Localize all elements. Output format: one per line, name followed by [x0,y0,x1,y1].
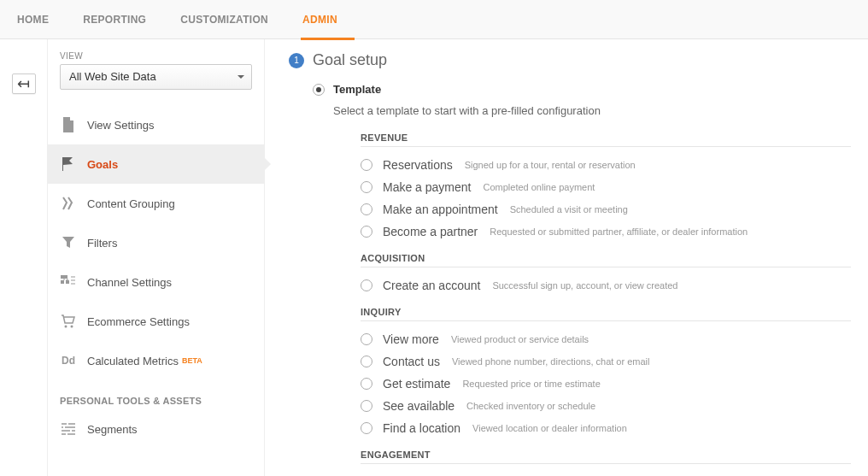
group-engagement: ENGAGEMENT Media play Played interactive… [313,450,851,476]
sidebar-item-goals[interactable]: Goals [48,144,264,184]
option-desc: Requested or submitted partner, affiliat… [490,226,748,237]
option-label: Make a payment [383,180,472,194]
option-radio[interactable] [361,181,372,193]
step-header: 1 Goal setup [289,51,851,69]
sidebar-item-view-settings[interactable]: View Settings [48,105,264,144]
option-label: Get estimate [383,377,450,391]
funnel-icon [60,234,77,251]
flag-icon [60,156,77,173]
group-title: INQUIRY [361,307,851,321]
svg-point-3 [65,326,67,328]
left-gutter: ↤ [0,39,48,476]
step-number-badge: 1 [289,53,304,68]
main-content: 1 Goal setup Template Select a template … [265,39,868,476]
step-title: Goal setup [313,51,387,69]
sidebar-section-personal-tools: PERSONAL TOOLS & ASSETS [48,380,264,409]
view-label: VIEW [48,51,264,64]
option-create-account[interactable]: Create an account Successful sign up, ac… [361,274,851,297]
sidebar-item-label: Channel Settings [87,276,172,289]
option-desc: Signed up for a tour, rental or reservat… [465,160,636,170]
svg-rect-1 [61,280,64,284]
sidebar-item-label: Content Grouping [87,197,175,210]
nav-tab-admin[interactable]: ADMIN [285,0,355,39]
option-radio[interactable] [361,203,372,215]
view-select[interactable]: All Web Site Data [60,64,252,90]
option-label: Reservations [383,158,453,172]
option-make-payment[interactable]: Make a payment Completed online payment [361,176,851,198]
option-desc: Viewed location or dealer information [472,423,627,433]
dd-icon: Dd [60,352,77,369]
option-desc: Viewed phone number, directions, chat or… [452,356,650,367]
sidebar-item-filters[interactable]: Filters [48,223,264,262]
sidebar-item-label: Segments [87,423,138,436]
option-radio[interactable] [361,159,372,171]
sidebar-item-segments[interactable]: Segments [48,409,264,449]
nav-tab-home[interactable]: HOME [17,0,66,39]
nav-tab-reporting[interactable]: REPORTING [66,0,163,39]
sidebar-item-label: Calculated Metrics [87,355,179,367]
option-desc: Requested price or time estimate [462,379,600,389]
sidebar-item-channel-settings[interactable]: Channel Settings [48,262,264,302]
option-become-partner[interactable]: Become a partner Requested or submitted … [361,220,851,243]
option-radio[interactable] [361,422,372,434]
sidebar-item-label: Ecommerce Settings [87,315,190,328]
svg-rect-0 [61,275,67,279]
template-hint: Select a template to start with a pre-fi… [313,104,851,117]
option-media-play[interactable]: Media play Played interactive media, lik… [361,471,851,476]
option-desc: Checked inventory or schedule [466,401,595,411]
option-desc: Successful sign up, account, or view cre… [492,280,677,291]
group-acquisition: ACQUISITION Create an account Successful… [313,253,851,297]
option-radio[interactable] [361,333,372,345]
group-title: ACQUISITION [361,253,851,267]
option-desc: Completed online payment [484,182,595,192]
sidebar-item-label: View Settings [87,119,155,132]
sidebar-item-calculated-metrics[interactable]: Dd Calculated Metrics BETA [48,341,264,380]
back-arrow-icon: ↤ [17,75,30,92]
option-label: Contact us [383,355,440,368]
template-radio-label: Template [333,83,381,96]
option-desc: Viewed product or service details [451,334,589,344]
option-label: Create an account [383,279,480,292]
channel-icon [60,273,77,291]
option-reservations[interactable]: Reservations Signed up for a tour, renta… [361,154,851,176]
document-icon [60,116,77,133]
option-radio[interactable] [361,356,372,367]
cart-icon [60,313,77,330]
svg-point-4 [71,326,73,328]
sidebar-item-label: Goals [87,158,118,171]
segments-icon [60,420,77,438]
sidebar: VIEW All Web Site Data View Settings Goa… [48,39,265,476]
option-contact-us[interactable]: Contact us Viewed phone number, directio… [361,350,851,373]
sidebar-item-ecommerce-settings[interactable]: Ecommerce Settings [48,302,264,341]
grouping-icon [60,195,77,212]
option-label: Become a partner [383,225,478,238]
svg-rect-2 [66,280,69,284]
option-view-more[interactable]: View more Viewed product or service deta… [361,328,851,350]
option-label: See available [383,399,455,413]
view-select-value: All Web Site Data [69,70,156,83]
option-desc: Scheduled a visit or meeting [510,204,628,214]
option-label: Make an appointment [383,203,498,216]
group-revenue: REVENUE Reservations Signed up for a tou… [313,132,851,243]
option-label: View more [383,332,439,346]
option-make-appointment[interactable]: Make an appointment Scheduled a visit or… [361,198,851,220]
option-see-available[interactable]: See available Checked inventory or sched… [361,395,851,417]
sidebar-item-label: Filters [87,237,117,250]
nav-tab-customization[interactable]: CUSTOMIZATION [163,0,285,39]
back-button[interactable]: ↤ [12,73,36,94]
caret-down-icon [238,75,244,79]
template-radio-row[interactable]: Template [313,83,851,96]
option-find-location[interactable]: Find a location Viewed location or deale… [361,417,851,439]
option-radio[interactable] [361,400,372,412]
group-title: ENGAGEMENT [361,450,851,464]
option-get-estimate[interactable]: Get estimate Requested price or time est… [361,373,851,395]
option-radio[interactable] [361,226,372,238]
beta-badge: BETA [182,356,202,365]
group-title: REVENUE [361,132,851,147]
option-radio[interactable] [361,279,372,291]
option-radio[interactable] [361,378,372,390]
option-label: Find a location [383,421,460,435]
group-inquiry: INQUIRY View more Viewed product or serv… [313,307,851,439]
template-radio[interactable] [313,84,325,96]
sidebar-item-content-grouping[interactable]: Content Grouping [48,184,264,223]
